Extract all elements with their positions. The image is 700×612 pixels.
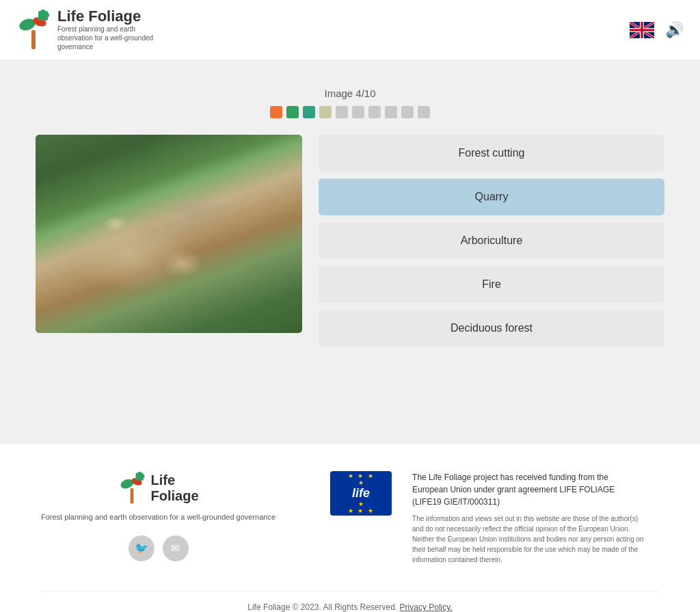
option-button-5[interactable]: Deciduous forest xyxy=(319,310,664,347)
svg-rect-3 xyxy=(38,11,48,21)
logo-icon xyxy=(16,10,51,51)
footer-left: LifeFoliage Forest planning and earth ob… xyxy=(41,471,275,570)
options-list: Forest cuttingQuarryArboricultureFireDec… xyxy=(319,135,664,347)
footer-bottom: Life Foliage © 2023. All Rights Reserved… xyxy=(41,591,659,612)
footer-right: ★ ★ ★ ★ life ★ ★ ★ ★ The Life Foliage pr… xyxy=(330,471,659,570)
sound-icon[interactable]: 🔊 xyxy=(665,21,684,39)
header-right: 🔊 xyxy=(630,21,684,39)
footer-top: LifeFoliage Forest planning and earth ob… xyxy=(41,471,659,570)
uk-flag-icon[interactable] xyxy=(630,22,654,38)
footer-social: 🐦 ✉ xyxy=(129,535,189,561)
svg-rect-4 xyxy=(41,10,45,12)
svg-rect-11 xyxy=(137,472,141,474)
progress-dot-9[interactable] xyxy=(401,106,414,118)
life-text: life xyxy=(348,486,375,501)
funding-title: The Life Foliage project has received fu… xyxy=(412,471,645,508)
email-button[interactable]: ✉ xyxy=(163,535,189,561)
progress-dot-7[interactable] xyxy=(368,106,381,118)
header: Life Foliage Forest planning and earth o… xyxy=(0,0,700,60)
progress-dot-4[interactable] xyxy=(319,106,332,118)
footer-logo-icon xyxy=(118,471,146,505)
twitter-button[interactable]: 🐦 xyxy=(129,535,154,561)
quiz-image xyxy=(36,135,302,333)
copyright-text: Life Foliage © 2023. All Rights Reserved… xyxy=(247,602,397,612)
progress-dot-10[interactable] xyxy=(418,106,430,118)
progress-dot-1[interactable] xyxy=(270,106,282,118)
progress-dot-2[interactable] xyxy=(286,106,299,118)
progress-dots xyxy=(36,106,664,118)
option-button-4[interactable]: Fire xyxy=(319,266,664,303)
footer: LifeFoliage Forest planning and earth ob… xyxy=(0,443,700,612)
site-tagline: Forest planning and earth observation fo… xyxy=(57,25,167,51)
footer-tagline: Forest planning and earth observation fo… xyxy=(41,512,275,522)
progress-dot-8[interactable] xyxy=(385,106,397,118)
progress-dot-3[interactable] xyxy=(303,106,315,118)
footer-site-title: LifeFoliage xyxy=(151,473,199,504)
option-button-2[interactable]: Quarry xyxy=(319,178,664,215)
footer-logo-text: LifeFoliage xyxy=(151,473,199,504)
site-title: Life Foliage xyxy=(57,8,167,25)
eu-badge: ★ ★ ★ ★ life ★ ★ ★ ★ xyxy=(330,471,392,516)
option-button-3[interactable]: Arboriculture xyxy=(319,222,664,259)
satellite-image xyxy=(36,135,302,333)
logo-area: Life Foliage Forest planning and earth o… xyxy=(16,8,167,51)
progress-dot-5[interactable] xyxy=(336,106,348,118)
footer-logo-area: LifeFoliage xyxy=(118,471,199,505)
svg-rect-0 xyxy=(31,30,36,49)
svg-rect-5 xyxy=(46,13,49,17)
image-counter: Image 4/10 xyxy=(36,88,664,99)
quiz-container: Image 4/10 Forest cuttingQuarryArboricul… xyxy=(36,88,664,347)
quiz-body: Forest cuttingQuarryArboricultureFireDec… xyxy=(36,135,664,347)
sat-overlay xyxy=(36,135,302,333)
footer-funding-text: The Life Foliage project has received fu… xyxy=(412,471,645,570)
main-content: Image 4/10 Forest cuttingQuarryArboricul… xyxy=(0,60,700,443)
logo-text-block: Life Foliage Forest planning and earth o… xyxy=(57,8,167,51)
svg-rect-7 xyxy=(130,488,133,503)
progress-dot-6[interactable] xyxy=(352,106,364,118)
privacy-link[interactable]: Privacy Policy. xyxy=(400,602,453,612)
option-button-1[interactable]: Forest cutting xyxy=(319,135,664,172)
svg-rect-12 xyxy=(142,475,144,478)
svg-rect-10 xyxy=(135,473,143,481)
funding-disclaimer: The information and views set out in thi… xyxy=(412,514,645,565)
